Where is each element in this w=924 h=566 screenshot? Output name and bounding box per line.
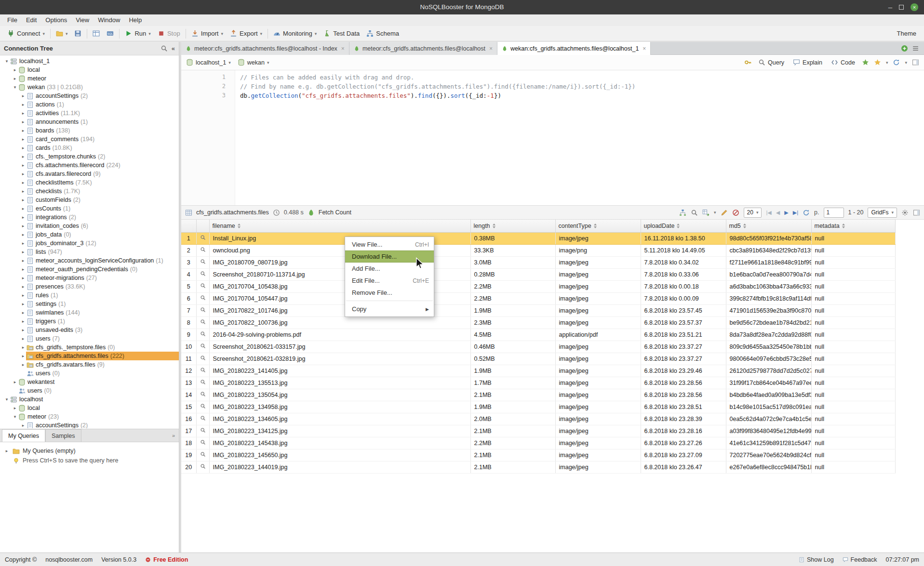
expander-icon[interactable]: ▸ (20, 119, 26, 124)
maximize-button[interactable] (899, 5, 904, 10)
code-button[interactable]: Code (829, 59, 857, 66)
view-document-icon[interactable] (200, 379, 206, 385)
auth-key-icon[interactable] (744, 59, 751, 66)
ctx-edit-file[interactable]: Edit File...Ctrl+E (345, 275, 434, 287)
view-mode-select[interactable]: GridFs▾ (868, 208, 897, 218)
connect-button[interactable]: Connect▾ (4, 27, 48, 40)
chevron-down-icon[interactable]: ▾ (905, 60, 907, 65)
view-document-icon[interactable] (200, 259, 206, 264)
monitoring-button[interactable]: Monitoring▾ (270, 27, 320, 40)
tree-item-cfs-gridfs-avatars-files[interactable]: ▸cfs_gridfs.avatars.files(9) (0, 360, 179, 369)
expander-icon[interactable]: ▸ (12, 380, 18, 384)
expander-icon[interactable]: ▸ (20, 93, 26, 98)
theme-button[interactable]: Theme (893, 30, 920, 37)
expander-icon[interactable]: ▸ (20, 293, 26, 298)
test-data-button[interactable]: Test Data (320, 27, 363, 40)
favorite-star-icon[interactable] (874, 59, 881, 66)
row-view-cell[interactable] (196, 341, 209, 353)
tree-item-meteor[interactable]: ▾meteor(23) (0, 412, 179, 421)
tree-item-swimlanes[interactable]: ▸swimlanes(144) (0, 308, 179, 317)
readonly-icon[interactable] (732, 209, 739, 216)
close-tab-icon[interactable]: × (643, 45, 646, 52)
close-button[interactable]: × (911, 3, 918, 11)
tree-item-local[interactable]: ▸local (0, 66, 179, 74)
panel-more-icon[interactable]: » (172, 433, 175, 438)
view-document-icon[interactable] (200, 463, 206, 469)
my-queries-empty-row[interactable]: ▸ My Queries (empty) (4, 446, 175, 456)
expander-icon[interactable]: ▸ (20, 302, 26, 306)
editor-code[interactable]: // Files can be added easily with drag a… (240, 70, 924, 205)
expander-icon[interactable]: ▸ (20, 232, 26, 237)
site-link[interactable]: nosqlbooster.com (45, 556, 93, 563)
stop-button[interactable]: Stop (154, 27, 184, 40)
tree-item-cfs-avatars-filerecord[interactable]: ▸cfs.avatars.filerecord(9) (0, 170, 179, 178)
menu-file[interactable]: File (3, 14, 22, 26)
expander-icon[interactable]: ▸ (20, 258, 26, 263)
sort-icon[interactable] (743, 224, 746, 228)
sort-icon[interactable] (842, 224, 845, 228)
menu-window[interactable]: Window (94, 14, 124, 26)
column-header-length[interactable]: length (470, 220, 555, 232)
expander-icon[interactable]: ▸ (20, 171, 26, 176)
collapse-sidebar-icon[interactable]: « (172, 45, 175, 52)
menu-edit[interactable]: Edit (22, 14, 41, 26)
table-row[interactable]: 13IMG_20180223_135513.jpg1.7MBimage/jpeg… (181, 377, 895, 389)
expander-icon[interactable]: ▸ (20, 336, 26, 341)
row-view-cell[interactable] (196, 365, 209, 377)
expander-icon[interactable]: ▸ (4, 448, 10, 453)
tree-item-cards[interactable]: ▸cards(10.8K) (0, 144, 179, 152)
tree-item-cfs-gridfs-attachments-files[interactable]: ▸cfs_gridfs.attachments.files(222) (0, 352, 179, 360)
editor-tab[interactable]: meteor:cfs_gridfs.attachments.files@loca… (181, 42, 349, 55)
layout-panel-icon[interactable] (912, 59, 919, 66)
tree-item-cfs-gridfs-tempstore-files[interactable]: ▸cfs_gridfs._tempstore.files(0) (0, 343, 179, 352)
open-recent-button[interactable]: ▾ (53, 27, 71, 40)
table-row[interactable]: 19IMG_20180223_145650.jpg2.1MBimage/jpeg… (181, 449, 895, 461)
expander-icon[interactable]: ▸ (20, 362, 26, 367)
column-header-contenttype[interactable]: contentType (555, 220, 641, 232)
expander-icon[interactable]: ▾ (4, 397, 10, 402)
expander-icon[interactable]: ▸ (20, 145, 26, 150)
first-page-button[interactable]: |◀ (766, 210, 771, 216)
view-document-icon[interactable] (200, 283, 206, 289)
show-log-button[interactable]: Show Log (799, 556, 834, 563)
row-view-cell[interactable] (196, 377, 209, 389)
tree-item-triggers[interactable]: ▸triggers(1) (0, 317, 179, 326)
column-header-metadata[interactable]: metadata (811, 220, 895, 232)
tree-item-accountsettings[interactable]: ▸accountSettings(2) (0, 92, 179, 100)
expander-icon[interactable]: ▸ (12, 67, 18, 72)
tree-item-wekan[interactable]: ▾wekan(33 | 0.21GB) (0, 83, 179, 92)
gear-icon[interactable] (901, 209, 909, 216)
column-header-md5[interactable]: md5 (726, 220, 811, 232)
tree-item-checklistitems[interactable]: ▸checklistItems(7.5K) (0, 178, 179, 187)
run-button[interactable]: Run▾ (121, 27, 154, 40)
table-row[interactable]: 6IMG_20170704_105447.jpg2.2MBimage/jpeg7… (181, 292, 895, 304)
import-button[interactable]: Import▾ (188, 27, 227, 40)
expander-icon[interactable]: ▸ (20, 250, 26, 254)
edit-pencil-icon[interactable] (721, 209, 728, 216)
tree-item-users[interactable]: users(0) (0, 369, 179, 378)
tree-item-jobs-data[interactable]: ▸jobs_data(0) (0, 230, 179, 239)
tree-item-users[interactable]: users(0) (0, 386, 179, 395)
close-tab-icon[interactable]: × (341, 45, 345, 52)
column-header-filename[interactable]: filename (209, 220, 470, 232)
row-view-cell[interactable] (196, 413, 209, 425)
tree-item-invitation-codes[interactable]: ▸invitation_codes(6) (0, 222, 179, 230)
editor-tab[interactable]: wekan:cfs_gridfs.attachments.files@local… (497, 42, 651, 55)
table-row[interactable]: 2owncloud.png33.3KBimage/png5.11.2018 kl… (181, 244, 895, 256)
expander-icon[interactable]: ▾ (12, 85, 18, 90)
fetch-count-button[interactable]: Fetch Count (319, 209, 351, 216)
tree-item-actions[interactable]: ▸actions(1) (0, 100, 179, 109)
row-view-cell[interactable] (196, 244, 209, 256)
queries-tab-my-queries[interactable]: My Queries (2, 429, 45, 442)
expander-icon[interactable]: ▾ (12, 414, 18, 419)
export-button[interactable]: Export▾ (227, 27, 266, 40)
refresh-icon[interactable] (893, 59, 900, 66)
row-view-cell[interactable] (196, 316, 209, 329)
tree-item-lists[interactable]: ▸lists(947) (0, 248, 179, 256)
table-row[interactable]: 4Screenshot_20180710-113714.jpg0.28MBima… (181, 268, 895, 280)
tree-item-meteor-migrations[interactable]: ▸meteor-migrations(27) (0, 274, 179, 282)
expander-icon[interactable]: ▸ (20, 154, 26, 159)
view-document-icon[interactable] (200, 319, 206, 325)
tree-item-localhost[interactable]: ▾localhost (0, 395, 179, 404)
expander-icon[interactable]: ▸ (20, 180, 26, 185)
